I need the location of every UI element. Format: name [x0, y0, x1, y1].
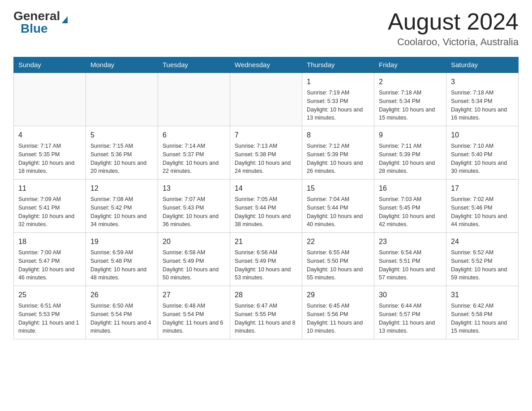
- sunset-text: Sunset: 5:41 PM: [18, 204, 81, 212]
- calendar-cell-w3-d1: 11Sunrise: 7:09 AMSunset: 5:41 PMDayligh…: [14, 180, 86, 233]
- calendar-cell-w4-d4: 21Sunrise: 6:56 AMSunset: 5:49 PMDayligh…: [230, 233, 302, 286]
- daylight-text: Daylight: 10 hours and 22 minutes.: [163, 159, 225, 176]
- day-number: 10: [451, 130, 514, 141]
- sunset-text: Sunset: 5:49 PM: [163, 257, 225, 265]
- daylight-text: Daylight: 10 hours and 40 minutes.: [307, 212, 369, 229]
- sunrise-text: Sunrise: 7:19 AM: [307, 89, 369, 97]
- sunrise-text: Sunrise: 7:13 AM: [235, 142, 297, 150]
- calendar-cell-w4-d6: 23Sunrise: 6:54 AMSunset: 5:51 PMDayligh…: [374, 233, 446, 286]
- calendar-cell-w1-d7: 3Sunrise: 7:18 AMSunset: 5:34 PMDaylight…: [446, 73, 519, 126]
- daylight-text: Daylight: 11 hours and 6 minutes.: [163, 319, 225, 336]
- sunrise-text: Sunrise: 6:42 AM: [451, 302, 514, 310]
- daylight-text: Daylight: 10 hours and 26 minutes.: [307, 159, 369, 176]
- sunrise-text: Sunrise: 6:44 AM: [379, 302, 442, 310]
- daylight-text: Daylight: 10 hours and 32 minutes.: [18, 212, 81, 229]
- sunrise-text: Sunrise: 6:54 AM: [379, 248, 442, 257]
- calendar-week-2: 4Sunrise: 7:17 AMSunset: 5:35 PMDaylight…: [14, 126, 519, 180]
- daylight-text: Daylight: 10 hours and 42 minutes.: [379, 212, 442, 229]
- calendar-cell-w2-d1: 4Sunrise: 7:17 AMSunset: 5:35 PMDaylight…: [14, 126, 86, 180]
- day-number: 5: [90, 130, 153, 141]
- daylight-text: Daylight: 10 hours and 44 minutes.: [451, 212, 514, 229]
- col-friday: Friday: [374, 57, 446, 73]
- calendar-cell-w4-d5: 22Sunrise: 6:55 AMSunset: 5:50 PMDayligh…: [302, 233, 374, 286]
- day-number: 17: [451, 183, 514, 194]
- calendar-cell-w2-d3: 6Sunrise: 7:14 AMSunset: 5:37 PMDaylight…: [158, 126, 230, 180]
- calendar-cell-w3-d5: 15Sunrise: 7:04 AMSunset: 5:44 PMDayligh…: [302, 180, 374, 233]
- daylight-text: Daylight: 10 hours and 30 minutes.: [451, 159, 514, 176]
- calendar-title-block: August 2024 Coolaroo, Victoria, Australi…: [388, 9, 519, 48]
- daylight-text: Daylight: 10 hours and 57 minutes.: [379, 265, 442, 283]
- day-number: 28: [235, 290, 297, 300]
- sunset-text: Sunset: 5:37 PM: [163, 150, 225, 159]
- daylight-text: Daylight: 10 hours and 24 minutes.: [235, 159, 297, 176]
- sunrise-text: Sunrise: 6:56 AM: [235, 248, 297, 257]
- col-sunday: Sunday: [14, 57, 86, 73]
- sunrise-text: Sunrise: 7:18 AM: [451, 89, 514, 97]
- logo: General Blue: [13, 9, 68, 36]
- calendar-cell-w3-d7: 17Sunrise: 7:02 AMSunset: 5:46 PMDayligh…: [446, 180, 519, 233]
- sunrise-text: Sunrise: 6:47 AM: [235, 302, 297, 310]
- sunrise-text: Sunrise: 7:00 AM: [18, 248, 81, 257]
- sunset-text: Sunset: 5:38 PM: [235, 150, 297, 159]
- daylight-text: Daylight: 11 hours and 13 minutes.: [379, 319, 442, 336]
- daylight-text: Daylight: 11 hours and 15 minutes.: [451, 319, 514, 336]
- calendar-cell-w5-d4: 28Sunrise: 6:47 AMSunset: 5:55 PMDayligh…: [230, 286, 302, 339]
- day-number: 20: [163, 236, 225, 247]
- logo-blue-text: Blue: [21, 21, 48, 36]
- sunset-text: Sunset: 5:34 PM: [451, 97, 514, 106]
- day-number: 1: [307, 77, 369, 87]
- sunset-text: Sunset: 5:54 PM: [90, 310, 153, 319]
- sunrise-text: Sunrise: 7:04 AM: [307, 195, 369, 204]
- sunrise-text: Sunrise: 6:45 AM: [307, 302, 369, 310]
- day-number: 23: [379, 236, 442, 247]
- day-number: 8: [307, 130, 369, 141]
- col-thursday: Thursday: [302, 57, 374, 73]
- sunset-text: Sunset: 5:44 PM: [235, 204, 297, 212]
- day-number: 24: [451, 236, 514, 247]
- sunset-text: Sunset: 5:42 PM: [90, 204, 153, 212]
- sunrise-text: Sunrise: 7:14 AM: [163, 142, 225, 150]
- calendar-title: August 2024: [388, 9, 519, 34]
- daylight-text: Daylight: 10 hours and 46 minutes.: [18, 265, 81, 283]
- sunset-text: Sunset: 5:53 PM: [18, 310, 81, 319]
- day-number: 2: [379, 77, 442, 87]
- calendar-cell-w4-d7: 24Sunrise: 6:52 AMSunset: 5:52 PMDayligh…: [446, 233, 519, 286]
- col-saturday: Saturday: [446, 57, 519, 73]
- col-tuesday: Tuesday: [158, 57, 230, 73]
- day-number: 13: [163, 183, 225, 194]
- day-number: 31: [451, 290, 514, 300]
- sunset-text: Sunset: 5:45 PM: [379, 204, 442, 212]
- daylight-text: Daylight: 10 hours and 16 minutes.: [451, 106, 514, 123]
- sunset-text: Sunset: 5:57 PM: [379, 310, 442, 319]
- daylight-text: Daylight: 11 hours and 10 minutes.: [307, 319, 369, 336]
- sunrise-text: Sunrise: 7:18 AM: [379, 89, 442, 97]
- calendar-week-3: 11Sunrise: 7:09 AMSunset: 5:41 PMDayligh…: [14, 180, 519, 233]
- day-number: 16: [379, 183, 442, 194]
- calendar-table: Sunday Monday Tuesday Wednesday Thursday…: [13, 57, 519, 339]
- sunset-text: Sunset: 5:46 PM: [451, 204, 514, 212]
- day-number: 27: [163, 290, 225, 300]
- sunrise-text: Sunrise: 6:51 AM: [18, 302, 81, 310]
- calendar-cell-w3-d4: 14Sunrise: 7:05 AMSunset: 5:44 PMDayligh…: [230, 180, 302, 233]
- sunset-text: Sunset: 5:48 PM: [90, 257, 153, 265]
- sunset-text: Sunset: 5:47 PM: [18, 257, 81, 265]
- sunrise-text: Sunrise: 6:52 AM: [451, 248, 514, 257]
- day-number: 22: [307, 236, 369, 247]
- day-number: 7: [235, 130, 297, 141]
- sunset-text: Sunset: 5:58 PM: [451, 310, 514, 319]
- calendar-cell-w5-d7: 31Sunrise: 6:42 AMSunset: 5:58 PMDayligh…: [446, 286, 519, 339]
- day-number: 18: [18, 236, 81, 247]
- calendar-cell-w1-d1: [14, 73, 86, 126]
- daylight-text: Daylight: 10 hours and 28 minutes.: [379, 159, 442, 176]
- sunrise-text: Sunrise: 6:48 AM: [163, 302, 225, 310]
- calendar-week-1: 1Sunrise: 7:19 AMSunset: 5:33 PMDaylight…: [14, 73, 519, 126]
- sunrise-text: Sunrise: 7:09 AM: [18, 195, 81, 204]
- sunrise-text: Sunrise: 7:15 AM: [90, 142, 153, 150]
- daylight-text: Daylight: 10 hours and 15 minutes.: [379, 106, 442, 123]
- day-number: 6: [163, 130, 225, 141]
- daylight-text: Daylight: 11 hours and 8 minutes.: [235, 319, 297, 336]
- daylight-text: Daylight: 10 hours and 13 minutes.: [307, 106, 369, 123]
- daylight-text: Daylight: 11 hours and 4 minutes.: [90, 319, 153, 336]
- calendar-cell-w2-d4: 7Sunrise: 7:13 AMSunset: 5:38 PMDaylight…: [230, 126, 302, 180]
- day-number: 12: [90, 183, 153, 194]
